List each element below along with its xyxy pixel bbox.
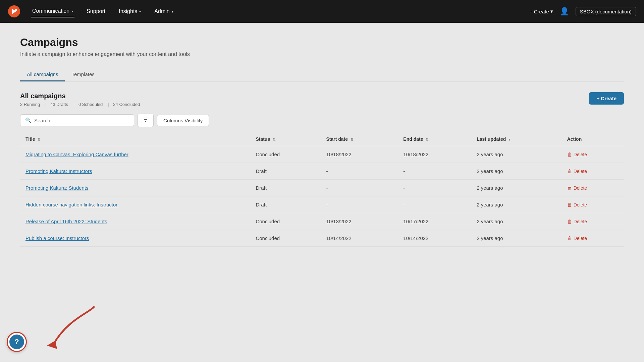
search-icon: 🔍 (25, 117, 32, 123)
cell-last-updated: 2 years ago (471, 196, 561, 213)
cell-end-date: - (398, 180, 471, 196)
table-header-row: Title ⇅ Status ⇅ Start date ⇅ End date ⇅ (20, 132, 624, 146)
chevron-down-icon: ▾ (550, 8, 553, 14)
section-title: All campaigns (20, 92, 144, 100)
stat-concluded: 24 Concluded (113, 102, 144, 107)
sbox-label[interactable]: SBOX (documentation) (576, 7, 636, 16)
cell-end-date: 10/14/2022 (398, 230, 471, 247)
table-body: Migrating to Canvas: Exploring Canvas fu… (20, 146, 624, 247)
cell-title: Promoting Kaltura: Instructors (20, 163, 250, 180)
cell-last-updated: 2 years ago (471, 230, 561, 247)
filter-button[interactable] (138, 114, 154, 127)
col-end-date[interactable]: End date ⇅ (398, 132, 471, 146)
tab-all-campaigns[interactable]: All campaigns (20, 68, 65, 81)
col-status[interactable]: Status ⇅ (250, 132, 321, 146)
kaltura-logo-icon[interactable] (8, 5, 20, 17)
col-action: Action (562, 132, 624, 146)
cell-last-updated: 2 years ago (471, 163, 561, 180)
chevron-down-icon: ▾ (71, 9, 73, 13)
campaign-link[interactable]: Publish a course: Instructors (25, 235, 89, 241)
cell-status: Concluded (250, 146, 321, 163)
help-icon: ? (9, 335, 24, 349)
table-row: Publish a course: Instructors Concluded … (20, 230, 624, 247)
campaign-link[interactable]: Release of April 16th 2022: Students (25, 219, 107, 224)
cell-action: 🗑 Delete (562, 196, 624, 213)
nav-item-communication[interactable]: Communication ▾ (31, 5, 74, 17)
table-section: All campaigns 2 Running 43 Drafts 0 Sche… (20, 92, 624, 247)
cell-end-date: - (398, 196, 471, 213)
nav-item-admin[interactable]: Admin ▾ (153, 6, 174, 17)
navbar: Communication ▾ Support Insights ▾ Admin… (0, 0, 644, 23)
nav-item-support[interactable]: Support (85, 6, 107, 17)
tabs: All campaigns Templates (20, 68, 624, 81)
campaign-link[interactable]: Promoting Kaltura: Instructors (25, 168, 92, 174)
col-last-updated[interactable]: Last updated ▾ (471, 132, 561, 146)
delete-button[interactable]: 🗑 Delete (567, 169, 587, 174)
chevron-down-icon: ▾ (139, 10, 141, 13)
cell-start-date: 10/13/2022 (321, 213, 398, 230)
search-wrapper: 🔍 (20, 114, 134, 126)
cell-status: Concluded (250, 213, 321, 230)
cell-title: Publish a course: Instructors (20, 230, 250, 247)
tab-templates[interactable]: Templates (65, 68, 101, 81)
page-title: Campaigns (20, 36, 624, 49)
sort-icon: ⇅ (38, 137, 41, 141)
cell-start-date: - (321, 180, 398, 196)
cell-action: 🗑 Delete (562, 180, 624, 196)
delete-button[interactable]: 🗑 Delete (567, 152, 587, 157)
cell-title: Migrating to Canvas: Exploring Canvas fu… (20, 146, 250, 163)
trash-icon: 🗑 (567, 202, 572, 207)
sort-icon: ⇅ (351, 137, 354, 141)
table-row: Promoting Kaltura: Instructors Draft - -… (20, 163, 624, 180)
page-subtitle: Initiate a campaign to enhance engagemen… (20, 51, 624, 57)
cell-action: 🗑 Delete (562, 146, 624, 163)
cell-status: Draft (250, 163, 321, 180)
nav-item-insights[interactable]: Insights ▾ (117, 6, 142, 17)
trash-icon: 🗑 (567, 236, 572, 241)
campaign-link[interactable]: Promoting Kaltura: Students (25, 185, 89, 191)
cell-status: Draft (250, 196, 321, 213)
cell-title: Hidden course navigation links: Instruct… (20, 196, 250, 213)
sort-icon: ⇅ (426, 137, 429, 141)
col-title[interactable]: Title ⇅ (20, 132, 250, 146)
table-row: Release of April 16th 2022: Students Con… (20, 213, 624, 230)
delete-button[interactable]: 🗑 Delete (567, 185, 587, 191)
nav-create-button[interactable]: + Create ▾ (530, 8, 553, 14)
cell-status: Draft (250, 180, 321, 196)
stat-running: 2 Running (20, 102, 46, 107)
col-start-date[interactable]: Start date ⇅ (321, 132, 398, 146)
create-campaign-button[interactable]: + Create (589, 92, 624, 105)
cell-title: Promoting Kaltura: Students (20, 180, 250, 196)
trash-icon: 🗑 (567, 169, 572, 174)
delete-button[interactable]: 🗑 Delete (567, 236, 587, 241)
campaign-link[interactable]: Hidden course navigation links: Instruct… (25, 202, 117, 207)
table-title-group: All campaigns 2 Running 43 Drafts 0 Sche… (20, 92, 144, 107)
trash-icon: 🗑 (567, 185, 572, 191)
cell-title: Release of April 16th 2022: Students (20, 213, 250, 230)
cell-action: 🗑 Delete (562, 213, 624, 230)
help-button[interactable]: ? (7, 332, 27, 352)
columns-visibility-button[interactable]: Columns Visibility (157, 115, 209, 126)
sort-icon: ⇅ (273, 137, 276, 141)
cell-last-updated: 2 years ago (471, 213, 561, 230)
main-content: Campaigns Initiate a campaign to enhance… (0, 23, 644, 362)
table-head: Title ⇅ Status ⇅ Start date ⇅ End date ⇅ (20, 132, 624, 146)
campaigns-table: Title ⇅ Status ⇅ Start date ⇅ End date ⇅ (20, 132, 624, 247)
trash-icon: 🗑 (567, 219, 572, 224)
cell-status: Concluded (250, 230, 321, 247)
cell-last-updated: 2 years ago (471, 146, 561, 163)
user-profile-icon[interactable]: 👤 (560, 7, 569, 16)
cell-action: 🗑 Delete (562, 230, 624, 247)
delete-button[interactable]: 🗑 Delete (567, 219, 587, 224)
svg-point-1 (15, 9, 17, 11)
delete-button[interactable]: 🗑 Delete (567, 202, 587, 207)
campaign-link[interactable]: Migrating to Canvas: Exploring Canvas fu… (25, 152, 128, 157)
stat-drafts: 43 Drafts (50, 102, 74, 107)
sort-active-icon: ▾ (508, 137, 511, 141)
cell-end-date: 10/17/2022 (398, 213, 471, 230)
table-row: Hidden course navigation links: Instruct… (20, 196, 624, 213)
navbar-right: + Create ▾ 👤 SBOX (documentation) (530, 7, 636, 16)
table-stats: 2 Running 43 Drafts 0 Scheduled 24 Concl… (20, 102, 144, 107)
search-input[interactable] (34, 118, 129, 123)
cell-last-updated: 2 years ago (471, 180, 561, 196)
